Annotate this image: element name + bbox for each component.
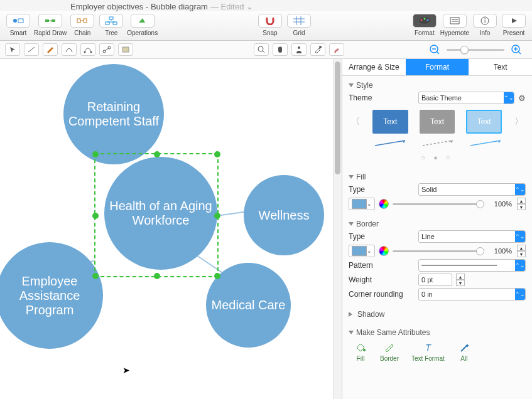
fill-header[interactable]: Fill: [349, 173, 526, 181]
selection-handle[interactable]: [92, 151, 99, 157]
inspector-panel: Arrange & Size Format Text Style Theme B…: [342, 59, 532, 399]
canvas[interactable]: Retaining Competent Staff Health of an A…: [0, 59, 342, 399]
selection-handle[interactable]: [214, 273, 220, 279]
bubble-right[interactable]: Wellness: [244, 175, 324, 255]
color-wheel-icon[interactable]: [379, 199, 389, 209]
zoom-in-button[interactable]: [509, 43, 523, 56]
slider-thumb[interactable]: [476, 247, 484, 255]
weight-field[interactable]: 0 pt: [418, 274, 452, 286]
make-same-header[interactable]: Make Same Attributes: [349, 328, 526, 337]
style-preset-2[interactable]: Text: [420, 110, 455, 134]
shadow-header[interactable]: Shadow: [349, 310, 526, 319]
slider-thumb[interactable]: [476, 200, 484, 208]
shadow-section: Shadow: [342, 305, 532, 323]
vertical-scrollbar[interactable]: [333, 59, 342, 399]
operations-button[interactable]: Operations: [127, 14, 158, 36]
line-preset-1[interactable]: [372, 139, 409, 147]
border-color-dropdown[interactable]: ⌄: [349, 245, 375, 257]
scrollbar-thumb[interactable]: [335, 61, 340, 174]
preset-next-button[interactable]: 〉: [513, 116, 524, 127]
arrow-tool[interactable]: [5, 43, 20, 56]
border-type-dropdown[interactable]: Line⌃⌄: [418, 230, 526, 243]
fill-type-dropdown[interactable]: Solid⌃⌄: [418, 183, 526, 196]
border-opacity-slider[interactable]: [393, 250, 484, 252]
gear-icon[interactable]: ⚙: [518, 93, 526, 103]
make-same-fill-button[interactable]: Fill: [354, 341, 367, 362]
mouse-cursor-icon: ➤: [122, 365, 130, 375]
fill-opacity-slider[interactable]: [393, 203, 484, 205]
present-button[interactable]: Present: [501, 14, 527, 36]
selection-handle[interactable]: [92, 213, 99, 219]
selection-handle[interactable]: [154, 273, 160, 279]
title-chevron-icon[interactable]: ⌄: [246, 2, 253, 11]
rapid-draw-button[interactable]: Rapid Draw: [34, 14, 67, 36]
fill-opacity-stepper[interactable]: ▲▼: [517, 198, 526, 210]
text-icon: T: [421, 341, 435, 354]
fill-type-label: Type: [349, 185, 415, 194]
tab-format[interactable]: Format: [406, 59, 469, 75]
svg-point-29: [258, 46, 263, 51]
svg-rect-6: [84, 19, 87, 23]
tree-icon: [99, 14, 123, 28]
style-preset-1[interactable]: Text: [372, 110, 408, 134]
selection-handle[interactable]: [154, 151, 160, 157]
tab-arrange[interactable]: Arrange & Size: [342, 59, 406, 75]
tree-button[interactable]: Tree: [98, 14, 124, 36]
info-icon: i: [473, 14, 497, 28]
pattern-dropdown[interactable]: ⌃⌄: [418, 259, 526, 272]
dropdown-arrow-icon: ⌃⌄: [515, 184, 525, 195]
zoom-slider[interactable]: [447, 49, 504, 51]
grid-button[interactable]: Grid: [286, 14, 312, 36]
chain-button[interactable]: Chain: [69, 14, 95, 36]
connector-tool[interactable]: [99, 43, 114, 56]
rectangle-tool[interactable]: [118, 43, 133, 56]
curve-tool[interactable]: [62, 43, 77, 56]
hypernote-icon: [443, 14, 467, 28]
weight-stepper[interactable]: ▲▼: [456, 274, 465, 286]
border-header[interactable]: Border: [349, 220, 526, 228]
line-preset-2[interactable]: [420, 139, 457, 147]
tab-text[interactable]: Text: [469, 59, 532, 75]
content-area: Retaining Competent Staff Health of an A…: [0, 59, 532, 399]
style-section: Style Theme Basic Theme⌃⌄ ⚙ 〈 Text Text …: [342, 76, 532, 168]
fill-color-dropdown[interactable]: ⌄: [349, 198, 375, 210]
border-opacity-stepper[interactable]: ▲▼: [517, 245, 526, 257]
format-button[interactable]: Format: [411, 14, 438, 36]
bubble-bottom-left[interactable]: Employee Assistance Program: [0, 242, 103, 349]
line-preset-3[interactable]: [468, 139, 504, 147]
style-header[interactable]: Style: [349, 81, 526, 90]
bezier-tool[interactable]: [80, 43, 95, 56]
preset-prev-button[interactable]: 〈: [350, 116, 361, 127]
hypernote-button[interactable]: Hypernote: [440, 14, 469, 36]
eyedropper-tool[interactable]: [310, 43, 325, 56]
dropdown-arrow-icon: ⌃⌄: [504, 92, 514, 104]
bubble-top[interactable]: Retaining Competent Staff: [63, 64, 164, 164]
selection-box[interactable]: [94, 153, 219, 277]
brush-tool[interactable]: [329, 43, 344, 56]
make-same-text-button[interactable]: TText Format: [411, 341, 445, 362]
make-same-border-button[interactable]: Border: [380, 341, 399, 362]
style-preset-3[interactable]: Text: [466, 110, 502, 134]
smart-button[interactable]: Smart: [5, 14, 31, 36]
make-same-all-button[interactable]: All: [457, 341, 471, 362]
theme-dropdown[interactable]: Basic Theme⌃⌄: [418, 92, 514, 104]
main-toolbar: Smart Rapid Draw Chain Tree Operations S…: [0, 11, 532, 41]
selection-handle[interactable]: [214, 213, 220, 219]
zoom-out-button[interactable]: [428, 43, 442, 56]
zoom-thumb[interactable]: [460, 46, 469, 54]
selection-handle[interactable]: [92, 273, 99, 279]
hand-tool[interactable]: [273, 43, 288, 56]
corner-dropdown[interactable]: 0 in⌃⌄: [418, 288, 526, 301]
operations-icon: [131, 14, 155, 28]
person-tool[interactable]: [291, 43, 307, 56]
line-tool[interactable]: [24, 43, 39, 56]
selection-handle[interactable]: [214, 151, 220, 157]
magnify-tool[interactable]: [254, 43, 269, 56]
page-dots[interactable]: ○ ● ○: [349, 152, 526, 165]
info-button[interactable]: iInfo: [472, 14, 498, 36]
drawing-toolbar: [0, 41, 532, 59]
pen-tool[interactable]: [43, 43, 58, 56]
color-wheel-icon[interactable]: [379, 246, 389, 256]
svg-rect-10: [113, 22, 117, 24]
snap-button[interactable]: Snap: [257, 14, 283, 36]
